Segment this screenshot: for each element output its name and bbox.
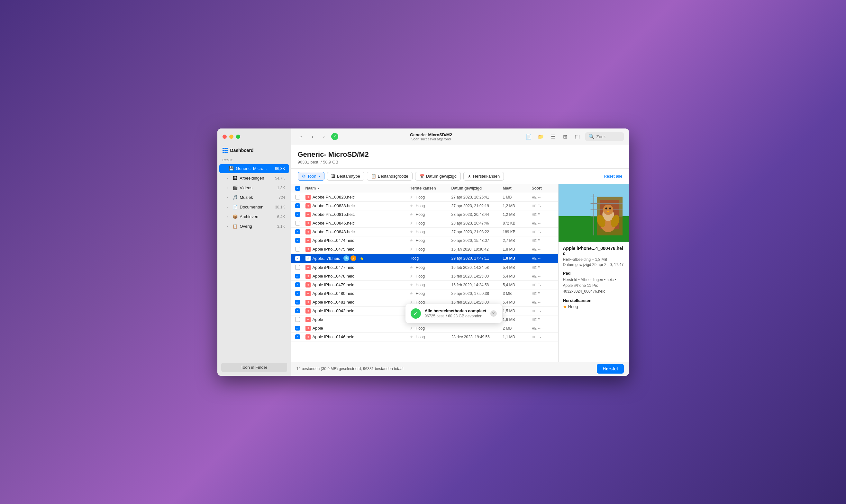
row-checkbox[interactable]: ✓ — [295, 308, 300, 313]
search-input[interactable] — [597, 134, 622, 139]
row-checkbox[interactable]: ✓ — [295, 274, 300, 278]
table-row[interactable]: ✓ HAdobe Ph...00815.heic ★Hoog 28 apr 20… — [291, 211, 558, 219]
recovery-cell: ★Hoog — [410, 195, 451, 199]
select-all-checkbox[interactable]: ✓ — [295, 186, 300, 191]
panel-view-button[interactable]: ⬚ — [573, 132, 582, 141]
row-checkbox[interactable]: ✓ — [295, 335, 300, 339]
row-checkbox[interactable]: ✓ — [295, 256, 300, 261]
maximize-button[interactable] — [236, 134, 240, 139]
reset-alle-button[interactable]: Reset alle — [604, 174, 623, 179]
row-checkbox[interactable]: ✓ — [295, 212, 300, 217]
filter-bar: ⚙ Toon ▾ 🖼 Bestandtype 📋 Bestandsgrootte… — [291, 169, 629, 184]
sidebar-item-afbeeldingen[interactable]: › 🖼 Afbeeldingen 54,7K — [219, 174, 289, 183]
row-checkbox[interactable]: ✓ — [295, 238, 300, 243]
col-header-soort[interactable]: Soort — [532, 186, 554, 191]
row-checkbox[interactable]: ✓ — [295, 291, 300, 296]
table-row[interactable]: HAdobe Ph...00845.heic ★Hoog 28 apr 2023… — [291, 219, 558, 228]
datum-filter-button[interactable]: 📅 Datum gewijzigd — [415, 172, 461, 181]
herstel-button[interactable]: Herstel — [597, 364, 623, 374]
date-cell: 29 apr 2020, 17:47:11 — [451, 256, 503, 260]
eye-icon[interactable]: 👁 — [343, 255, 349, 261]
star-icon: ★ — [410, 212, 413, 217]
row-checkbox[interactable] — [295, 247, 300, 252]
minimize-button[interactable] — [229, 134, 234, 139]
home-button[interactable]: ⌂ — [296, 132, 306, 141]
forward-button[interactable]: › — [320, 132, 329, 141]
date-cell: 16 feb 2020, 14:25:00 — [451, 274, 503, 278]
sidebar-item-archieven[interactable]: › 📦 Archieven 6,4K — [219, 212, 289, 221]
file-name: Adobe Ph...00838.heic — [313, 203, 355, 208]
type-cell: HEIF- — [532, 266, 554, 270]
row-checkbox[interactable] — [295, 221, 300, 226]
sidebar-item-generic-micro[interactable]: 💾 Generic- Micro... 96,3K — [219, 164, 289, 173]
sidebar-item-dashboard[interactable]: Dashboard — [218, 145, 291, 157]
size-cell: 1,8 MB — [503, 247, 532, 252]
sidebar-item-muziek[interactable]: › 🎵 Muziek 724 — [219, 193, 289, 202]
bestandtype-filter-button[interactable]: 🖼 Bestandtype — [327, 172, 364, 181]
recovery-cell: ★Hoog — [410, 274, 451, 278]
date-cell: 15 jan 2020, 18:30:42 — [451, 247, 503, 252]
expand-icon: › — [227, 196, 230, 199]
filter-icon: ⚙ — [302, 174, 306, 179]
new-folder-button[interactable]: 📁 — [536, 132, 545, 141]
new-file-button[interactable]: 📄 — [524, 132, 533, 141]
table-row[interactable]: HAdobe Ph...00823.heic ★Hoog 27 apr 2023… — [291, 193, 558, 202]
file-name: Apple iPho...0042.heic — [313, 308, 355, 313]
list-view-button[interactable]: ☰ — [549, 132, 557, 141]
search-box[interactable]: 🔍 — [585, 132, 624, 141]
table-row[interactable]: ✓ HApple ★Hoog 2 MB HEIF- — [291, 324, 558, 333]
toon-filter-button[interactable]: ⚙ Toon ▾ — [298, 172, 325, 181]
calendar-icon: 📅 — [419, 174, 425, 179]
col-header-herstelkansen[interactable]: Herstelkansen — [410, 186, 451, 191]
sidebar-item-videos[interactable]: › 🎬 Videos 1,3K — [219, 183, 289, 193]
sidebar-item-label: Documenten — [240, 204, 273, 210]
table-row[interactable]: HApple iPho...0477.heic ★Hoog 16 feb 202… — [291, 264, 558, 272]
sidebar-item-overig[interactable]: › 📋 Overig 3,1K — [219, 222, 289, 231]
col-header-maat[interactable]: Maat — [503, 186, 532, 191]
sidebar-item-count: 6,4K — [277, 215, 285, 219]
row-checkbox[interactable] — [295, 195, 300, 199]
hex-icon[interactable]: # — [350, 255, 356, 261]
row-checkbox[interactable]: ✓ — [295, 203, 300, 208]
table-row[interactable]: HApple iPho...0475.heic ★Hoog 15 jan 202… — [291, 245, 558, 254]
row-checkbox[interactable]: ✓ — [295, 326, 300, 330]
recovery-cell: ★Hoog — [410, 335, 451, 339]
table-row[interactable]: ✓ HAdobe Ph...00838.heic ★Hoog 27 apr 20… — [291, 202, 558, 211]
file-icon: 📄 — [306, 256, 311, 261]
sidebar-item-documenten[interactable]: › 📄 Documenten 30,1K — [219, 203, 289, 212]
table-row[interactable]: ✓ HApple iPho...0474.heic ★Hoog 20 apr 2… — [291, 236, 558, 245]
show-in-finder-button[interactable]: Toon in Finder — [221, 363, 287, 372]
file-icon: H — [306, 212, 311, 217]
col-header-naam[interactable]: Naam ▲ — [306, 186, 410, 191]
detail-filename: Apple iPhone...4_000476.heic — [563, 246, 624, 256]
row-checkbox[interactable]: ✓ — [295, 300, 300, 305]
type-cell: HEIF- — [532, 256, 554, 260]
file-icon: H — [306, 274, 311, 279]
table-row-selected[interactable]: ✓ 📄 Apple...76.heic 👁 # ★ Hoog 29 apr 20… — [291, 254, 558, 264]
close-button[interactable] — [223, 134, 227, 139]
file-list[interactable]: ✓ Naam ▲ Herstelkansen Datum gewijzigd M… — [291, 184, 558, 362]
sidebar-section-label: Result. — [218, 157, 291, 164]
table-row[interactable]: ✓ HApple iPho...0480.heic ★Hoog 29 apr 2… — [291, 289, 558, 298]
table-row[interactable]: ✓ HApple iPho...0479.heic ★Hoog 16 feb 2… — [291, 281, 558, 289]
bestandsgrootte-filter-button[interactable]: 📋 Bestandsgrootte — [367, 172, 413, 181]
video-icon: 🎬 — [232, 185, 238, 191]
row-checkbox[interactable]: ✓ — [295, 282, 300, 287]
bestandsgrootte-label: Bestandsgrootte — [378, 174, 408, 179]
file-name: Adobe Ph...00843.heic — [313, 229, 355, 234]
table-row[interactable]: ✓ HApple iPho...0478.heic ★Hoog 16 feb 2… — [291, 272, 558, 281]
type-cell: HEIF- — [532, 230, 554, 234]
back-button[interactable]: ‹ — [308, 132, 317, 141]
table-row[interactable]: ✓ HAdobe Ph...00843.heic ★Hoog 27 apr 20… — [291, 228, 558, 236]
herstelkansen-filter-button[interactable]: ★ Herstelkansen — [463, 172, 504, 181]
file-icon: H — [306, 291, 311, 296]
notification-close-button[interactable]: ✕ — [490, 310, 497, 317]
table-row[interactable]: ✓ HApple iPho...0146.heic ★Hoog 28 dec 2… — [291, 333, 558, 341]
sidebar-item-count: 724 — [278, 195, 285, 200]
col-header-datum[interactable]: Datum gewijzigd — [451, 186, 503, 191]
row-checkbox[interactable] — [295, 317, 300, 322]
grid-view-button[interactable]: ⊞ — [561, 132, 570, 141]
row-checkbox[interactable] — [295, 265, 300, 270]
row-checkbox[interactable]: ✓ — [295, 229, 300, 234]
star-icon: ★ — [410, 247, 413, 252]
